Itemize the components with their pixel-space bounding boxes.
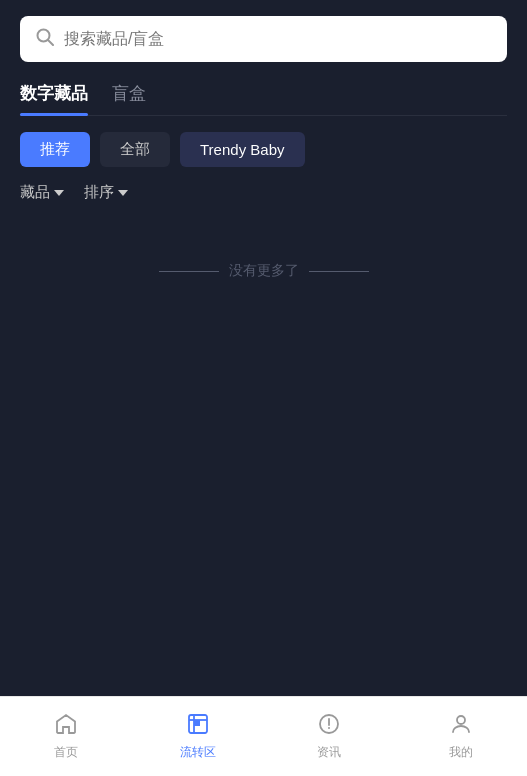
empty-line-left xyxy=(159,271,219,272)
transfer-icon xyxy=(186,712,210,740)
tab-blindbox[interactable]: 盲盒 xyxy=(112,82,146,115)
svg-rect-5 xyxy=(194,720,200,726)
sort-order[interactable]: 排序 xyxy=(84,183,128,202)
nav-home[interactable]: 首页 xyxy=(0,712,132,761)
home-icon xyxy=(54,712,78,740)
nav-home-label: 首页 xyxy=(54,744,78,761)
sort-row: 藏品 排序 xyxy=(20,183,507,202)
nav-news[interactable]: 资讯 xyxy=(264,712,396,761)
filter-trendy-baby[interactable]: Trendy Baby xyxy=(180,132,305,167)
my-icon xyxy=(449,712,473,740)
search-bar[interactable] xyxy=(20,16,507,62)
nav-my-label: 我的 xyxy=(449,744,473,761)
tab-digital[interactable]: 数字藏品 xyxy=(20,82,88,115)
sort-collection[interactable]: 藏品 xyxy=(20,183,64,202)
search-icon xyxy=(36,28,54,50)
nav-transfer[interactable]: 流转区 xyxy=(132,712,264,761)
bottom-navigation: 首页 流转区 资讯 我的 xyxy=(0,696,527,776)
nav-my[interactable]: 我的 xyxy=(395,712,527,761)
search-input[interactable] xyxy=(64,30,491,48)
nav-transfer-label: 流转区 xyxy=(180,744,216,761)
chevron-down-collection-icon xyxy=(54,190,64,196)
svg-point-7 xyxy=(328,727,330,729)
nav-news-label: 资讯 xyxy=(317,744,341,761)
tab-navigation: 数字藏品 盲盒 xyxy=(20,82,507,116)
empty-line-right xyxy=(309,271,369,272)
main-content: 数字藏品 盲盒 推荐 全部 Trendy Baby 藏品 排序 没有更多了 xyxy=(0,0,527,696)
filter-recommended[interactable]: 推荐 xyxy=(20,132,90,167)
svg-point-8 xyxy=(457,716,465,724)
filter-all[interactable]: 全部 xyxy=(100,132,170,167)
empty-state: 没有更多了 xyxy=(20,262,507,280)
news-icon xyxy=(317,712,341,740)
filter-buttons: 推荐 全部 Trendy Baby xyxy=(20,132,507,167)
chevron-down-order-icon xyxy=(118,190,128,196)
svg-line-1 xyxy=(48,40,53,45)
